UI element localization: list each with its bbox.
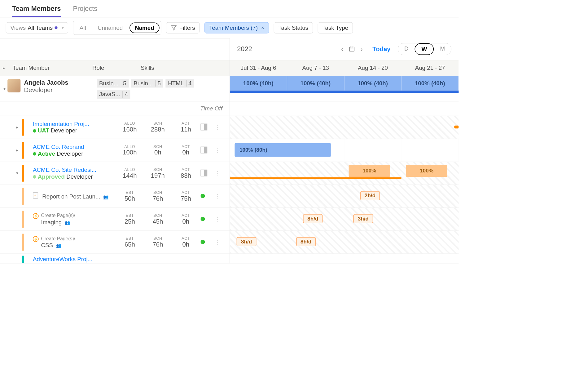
util-cell[interactable]: 100% (40h) [287,76,344,91]
project-row: ▾ ACME Co. Site Redesi... Approved Devel… [0,162,230,185]
chevron-down-icon[interactable]: ▾ [3,86,6,91]
zoom-group: D W M [398,43,451,55]
timeline-year: 2022 [237,45,336,53]
project-lane: 100% (80h) [230,139,459,162]
more-menu-icon[interactable]: ⋮ [214,123,220,131]
seg-all[interactable]: All [75,23,91,33]
task-lane: 2h/d [230,185,459,208]
project-color-bar [22,165,24,182]
week-headers: Jul 31 - Aug 6 Aug 7 - 13 Aug 14 - 20 Au… [230,60,459,76]
skill-chip: Busin...5 [131,79,163,87]
project-row: AdventureWorks Proj... [0,254,230,263]
calendar-icon[interactable] [348,46,355,53]
project-row: ▸ ACME Co. Rebrand Active Developer ALLO… [0,139,230,162]
week-0: Jul 31 - Aug 6 [230,65,287,71]
tab-projects[interactable]: Projects [73,5,97,17]
member-row-left: ▾ Angela Jacobs Developer Busin...5 Busi… [0,76,230,102]
skill-chip: HTML4 [165,79,194,87]
timeoff-lane [230,102,459,116]
hours-chip[interactable]: 2h/d [360,191,380,200]
timeline-controls: 2022 ‹ › Today D W M [230,38,459,60]
col-role: Role [92,65,141,71]
views-value: All Teams [28,25,53,31]
more-menu-icon[interactable]: ⋮ [214,238,220,246]
allocation-bar[interactable]: 100% [349,165,390,177]
bolt-icon: ⚡ [33,236,39,242]
prev-week-button[interactable]: ‹ [339,45,346,53]
member-role: Developer [24,86,97,94]
hours-chip[interactable]: 8h/d [237,237,256,246]
tab-team-members[interactable]: Team Members [12,5,61,17]
panel-toggle-icon[interactable] [200,146,207,153]
next-week-button[interactable]: › [358,45,365,53]
panel-toggle-icon[interactable] [200,169,207,176]
panel-toggle-icon[interactable] [200,123,207,130]
left-headers: ▸ Team Member Role Skills [0,60,230,76]
filters-button[interactable]: Filters [166,22,200,33]
project-title[interactable]: Implementation Proj... UAT Developer [33,120,115,134]
views-indicator-dot [55,26,57,29]
col-team-member: Team Member [13,65,92,71]
week-1: Aug 7 - 13 [287,65,344,71]
project-lane [230,116,459,139]
skill-chip: Busin...5 [97,79,129,87]
status-indicator-icon [200,240,205,244]
chevron-down-icon[interactable]: ▾ [16,171,18,176]
seg-unnamed[interactable]: Unnamed [93,23,127,33]
week-2: Aug 14 - 20 [344,65,402,71]
clipboard-icon [33,192,38,198]
project-title[interactable]: AdventureWorks Proj... [33,256,115,263]
project-title[interactable]: ACME Co. Rebrand Active Developer [33,144,115,157]
util-cell[interactable]: 100% (40h) [230,76,287,91]
chevron-right-icon[interactable]: ▸ [16,148,18,153]
project-row: ▸ Implementation Proj... UAT Developer A… [0,116,230,139]
status-indicator-icon [200,216,205,221]
left-spacer [0,38,230,60]
task-title[interactable]: ⚡Create Page(s)/ Imaging 👥 [33,213,115,225]
task-row: ⚡Create Page(s)/ CSS 👥 EST65h SCH76h ACT… [0,231,230,254]
people-icon: 👥 [103,195,108,200]
project-title[interactable]: ACME Co. Site Redesi... Approved Develop… [33,167,115,180]
named-filter-group: All Unnamed Named [73,21,161,35]
svg-rect-0 [349,47,354,51]
project-lane: 100% 100% [230,162,459,185]
task-row: Report on Post Laun... 👥 EST50h SCH76h A… [0,185,230,208]
allocation-bar[interactable]: 100% [406,165,447,177]
more-menu-icon[interactable]: ⋮ [214,169,220,176]
task-type-dropdown[interactable]: Task Type [318,22,353,33]
util-cell[interactable]: 100% (40h) [402,76,459,91]
allocation-stub [454,126,459,128]
chevron-right-icon[interactable]: ▸ [16,125,18,130]
week-3: Aug 21 - 27 [402,65,459,71]
more-menu-icon[interactable]: ⋮ [214,146,220,154]
zoom-week[interactable]: W [415,43,434,55]
util-cell[interactable]: 100% (40h) [344,76,402,91]
hours-chip[interactable]: 8h/d [303,214,323,223]
task-status-label: Task Status [278,25,308,31]
hours-chip[interactable]: 3h/d [353,214,373,223]
project-color-bar [22,142,24,159]
status-indicator-icon [200,194,205,198]
today-button[interactable]: Today [372,45,390,53]
task-title[interactable]: ⚡Create Page(s)/ CSS 👥 [33,236,115,248]
seg-named[interactable]: Named [129,23,160,33]
expand-all-icon[interactable]: ▸ [3,65,11,71]
more-menu-icon[interactable]: ⋮ [214,216,220,223]
task-status-dropdown[interactable]: Task Status [274,22,313,33]
funnel-icon [171,25,177,31]
more-menu-icon[interactable]: ⋮ [214,192,220,199]
hours-chip[interactable]: 8h/d [296,237,316,246]
allocation-bar[interactable]: 100% (80h) [235,143,331,157]
member-name: Angela Jacobs [24,79,97,86]
filter-chip-team-members[interactable]: Team Members (7) × [204,22,269,33]
zoom-day[interactable]: D [398,43,415,55]
people-icon: 👥 [65,220,70,225]
close-icon[interactable]: × [261,25,264,31]
task-title[interactable]: Report on Post Laun... 👥 [33,192,115,200]
zoom-month[interactable]: M [434,43,451,55]
main-tabs: Team Members Projects [0,0,459,17]
views-label: Views [11,25,26,31]
views-dropdown[interactable]: Views All Teams ▾ [6,22,68,33]
project-color-bar [22,119,24,136]
filters-label: Filters [179,25,195,31]
